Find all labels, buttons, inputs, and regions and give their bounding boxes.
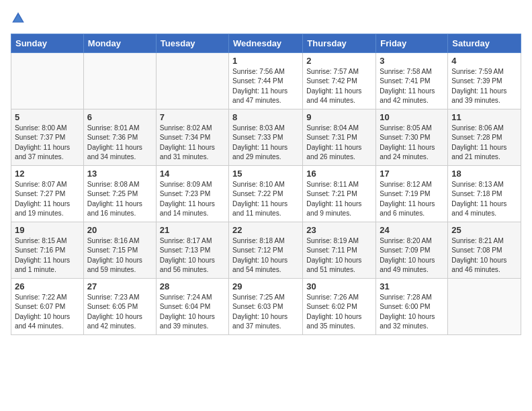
calendar-cell: 9Sunrise: 8:04 AM Sunset: 7:31 PM Daylig… bbox=[303, 109, 376, 166]
header-friday: Friday bbox=[376, 34, 448, 53]
header-tuesday: Tuesday bbox=[156, 34, 228, 53]
calendar-cell bbox=[448, 279, 521, 335]
calendar-cell bbox=[156, 53, 228, 109]
day-number: 1 bbox=[232, 56, 299, 66]
calendar-week-1: 1Sunrise: 7:56 AM Sunset: 7:44 PM Daylig… bbox=[11, 53, 521, 109]
day-info: Sunrise: 8:05 AM Sunset: 7:30 PM Dayligh… bbox=[380, 124, 444, 162]
calendar-cell: 21Sunrise: 8:17 AM Sunset: 7:13 PM Dayli… bbox=[156, 222, 228, 279]
day-number: 6 bbox=[87, 112, 152, 122]
day-info: Sunrise: 7:26 AM Sunset: 6:02 PM Dayligh… bbox=[306, 293, 372, 331]
calendar-week-2: 5Sunrise: 8:00 AM Sunset: 7:37 PM Daylig… bbox=[11, 109, 521, 166]
day-number: 28 bbox=[160, 281, 225, 291]
logo-icon bbox=[11, 11, 26, 26]
day-info: Sunrise: 7:25 AM Sunset: 6:03 PM Dayligh… bbox=[232, 293, 299, 331]
page-header bbox=[11, 11, 521, 26]
calendar-cell: 4Sunrise: 7:59 AM Sunset: 7:39 PM Daylig… bbox=[448, 53, 521, 109]
day-info: Sunrise: 8:13 AM Sunset: 7:18 PM Dayligh… bbox=[451, 180, 517, 218]
calendar-cell: 24Sunrise: 8:20 AM Sunset: 7:09 PM Dayli… bbox=[376, 222, 448, 279]
day-info: Sunrise: 8:06 AM Sunset: 7:28 PM Dayligh… bbox=[451, 124, 517, 162]
day-info: Sunrise: 8:15 AM Sunset: 7:16 PM Dayligh… bbox=[15, 236, 80, 275]
day-number: 2 bbox=[306, 56, 372, 66]
day-number: 17 bbox=[380, 169, 444, 179]
header-wednesday: Wednesday bbox=[229, 34, 303, 53]
day-number: 24 bbox=[380, 225, 444, 235]
calendar-cell: 23Sunrise: 8:19 AM Sunset: 7:11 PM Dayli… bbox=[303, 222, 376, 279]
day-number: 26 bbox=[15, 281, 80, 291]
calendar-header-row: SundayMondayTuesdayWednesdayThursdayFrid… bbox=[11, 34, 521, 53]
day-info: Sunrise: 8:21 AM Sunset: 7:08 PM Dayligh… bbox=[451, 236, 517, 275]
calendar-cell: 19Sunrise: 8:15 AM Sunset: 7:16 PM Dayli… bbox=[11, 222, 84, 279]
header-sunday: Sunday bbox=[11, 34, 84, 53]
day-info: Sunrise: 8:03 AM Sunset: 7:33 PM Dayligh… bbox=[232, 124, 299, 162]
day-info: Sunrise: 7:57 AM Sunset: 7:42 PM Dayligh… bbox=[306, 67, 372, 105]
calendar-cell: 26Sunrise: 7:22 AM Sunset: 6:07 PM Dayli… bbox=[11, 279, 84, 335]
day-number: 30 bbox=[306, 281, 372, 291]
header-thursday: Thursday bbox=[303, 34, 376, 53]
day-info: Sunrise: 7:28 AM Sunset: 6:00 PM Dayligh… bbox=[380, 293, 444, 331]
day-info: Sunrise: 8:10 AM Sunset: 7:22 PM Dayligh… bbox=[232, 180, 299, 218]
day-info: Sunrise: 8:12 AM Sunset: 7:19 PM Dayligh… bbox=[380, 180, 444, 218]
day-info: Sunrise: 8:00 AM Sunset: 7:37 PM Dayligh… bbox=[15, 124, 80, 162]
calendar-cell: 28Sunrise: 7:24 AM Sunset: 6:04 PM Dayli… bbox=[156, 279, 228, 335]
header-saturday: Saturday bbox=[448, 34, 521, 53]
calendar-cell: 5Sunrise: 8:00 AM Sunset: 7:37 PM Daylig… bbox=[11, 109, 84, 166]
calendar-cell: 2Sunrise: 7:57 AM Sunset: 7:42 PM Daylig… bbox=[303, 53, 376, 109]
calendar-cell: 3Sunrise: 7:58 AM Sunset: 7:41 PM Daylig… bbox=[376, 53, 448, 109]
day-number: 11 bbox=[451, 112, 517, 122]
header-monday: Monday bbox=[83, 34, 156, 53]
calendar-cell: 29Sunrise: 7:25 AM Sunset: 6:03 PM Dayli… bbox=[229, 279, 303, 335]
day-number: 5 bbox=[15, 112, 80, 122]
calendar-cell: 14Sunrise: 8:09 AM Sunset: 7:23 PM Dayli… bbox=[156, 166, 228, 222]
day-info: Sunrise: 8:02 AM Sunset: 7:34 PM Dayligh… bbox=[160, 124, 225, 162]
day-info: Sunrise: 8:04 AM Sunset: 7:31 PM Dayligh… bbox=[306, 124, 372, 162]
calendar-cell: 15Sunrise: 8:10 AM Sunset: 7:22 PM Dayli… bbox=[229, 166, 303, 222]
calendar-cell: 8Sunrise: 8:03 AM Sunset: 7:33 PM Daylig… bbox=[229, 109, 303, 166]
day-info: Sunrise: 7:22 AM Sunset: 6:07 PM Dayligh… bbox=[15, 293, 80, 331]
day-number: 4 bbox=[451, 56, 517, 66]
day-number: 31 bbox=[380, 281, 444, 291]
calendar-cell: 6Sunrise: 8:01 AM Sunset: 7:36 PM Daylig… bbox=[83, 109, 156, 166]
day-number: 16 bbox=[306, 169, 372, 179]
day-info: Sunrise: 8:09 AM Sunset: 7:23 PM Dayligh… bbox=[160, 180, 225, 218]
calendar-cell: 12Sunrise: 8:07 AM Sunset: 7:27 PM Dayli… bbox=[11, 166, 84, 222]
day-number: 23 bbox=[306, 225, 372, 235]
calendar-cell: 20Sunrise: 8:16 AM Sunset: 7:15 PM Dayli… bbox=[83, 222, 156, 279]
day-number: 21 bbox=[160, 225, 225, 235]
calendar-cell: 1Sunrise: 7:56 AM Sunset: 7:44 PM Daylig… bbox=[229, 53, 303, 109]
calendar-cell bbox=[11, 53, 84, 109]
calendar-cell: 13Sunrise: 8:08 AM Sunset: 7:25 PM Dayli… bbox=[83, 166, 156, 222]
day-info: Sunrise: 8:17 AM Sunset: 7:13 PM Dayligh… bbox=[160, 236, 225, 275]
calendar-cell: 17Sunrise: 8:12 AM Sunset: 7:19 PM Dayli… bbox=[376, 166, 448, 222]
day-info: Sunrise: 8:08 AM Sunset: 7:25 PM Dayligh… bbox=[87, 180, 152, 218]
day-info: Sunrise: 8:11 AM Sunset: 7:21 PM Dayligh… bbox=[306, 180, 372, 218]
day-number: 13 bbox=[87, 169, 152, 179]
day-number: 8 bbox=[232, 112, 299, 122]
calendar-cell: 10Sunrise: 8:05 AM Sunset: 7:30 PM Dayli… bbox=[376, 109, 448, 166]
calendar-cell: 7Sunrise: 8:02 AM Sunset: 7:34 PM Daylig… bbox=[156, 109, 228, 166]
calendar-week-4: 19Sunrise: 8:15 AM Sunset: 7:16 PM Dayli… bbox=[11, 222, 521, 279]
logo bbox=[11, 11, 28, 26]
day-info: Sunrise: 7:23 AM Sunset: 6:05 PM Dayligh… bbox=[87, 293, 152, 331]
calendar-week-5: 26Sunrise: 7:22 AM Sunset: 6:07 PM Dayli… bbox=[11, 279, 521, 335]
calendar-cell: 31Sunrise: 7:28 AM Sunset: 6:00 PM Dayli… bbox=[376, 279, 448, 335]
calendar-cell: 27Sunrise: 7:23 AM Sunset: 6:05 PM Dayli… bbox=[83, 279, 156, 335]
day-number: 7 bbox=[160, 112, 225, 122]
calendar-cell: 30Sunrise: 7:26 AM Sunset: 6:02 PM Dayli… bbox=[303, 279, 376, 335]
day-info: Sunrise: 7:24 AM Sunset: 6:04 PM Dayligh… bbox=[160, 293, 225, 331]
day-number: 14 bbox=[160, 169, 225, 179]
calendar-table: SundayMondayTuesdayWednesdayThursdayFrid… bbox=[11, 34, 521, 335]
calendar-cell: 22Sunrise: 8:18 AM Sunset: 7:12 PM Dayli… bbox=[229, 222, 303, 279]
day-number: 27 bbox=[87, 281, 152, 291]
day-info: Sunrise: 7:56 AM Sunset: 7:44 PM Dayligh… bbox=[232, 67, 299, 105]
day-number: 20 bbox=[87, 225, 152, 235]
day-info: Sunrise: 7:58 AM Sunset: 7:41 PM Dayligh… bbox=[380, 67, 444, 105]
calendar-week-3: 12Sunrise: 8:07 AM Sunset: 7:27 PM Dayli… bbox=[11, 166, 521, 222]
day-info: Sunrise: 8:20 AM Sunset: 7:09 PM Dayligh… bbox=[380, 236, 444, 275]
day-number: 29 bbox=[232, 281, 299, 291]
day-info: Sunrise: 8:19 AM Sunset: 7:11 PM Dayligh… bbox=[306, 236, 372, 275]
day-number: 18 bbox=[451, 169, 517, 179]
day-number: 3 bbox=[380, 56, 444, 66]
day-number: 25 bbox=[451, 225, 517, 235]
day-number: 19 bbox=[15, 225, 80, 235]
calendar-cell: 25Sunrise: 8:21 AM Sunset: 7:08 PM Dayli… bbox=[448, 222, 521, 279]
